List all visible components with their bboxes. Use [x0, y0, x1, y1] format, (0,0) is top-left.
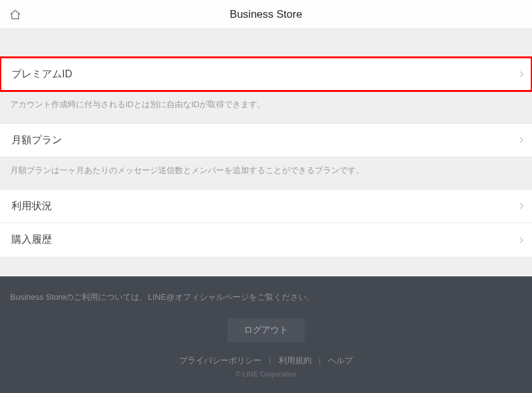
logout-wrap: ログアウト: [0, 318, 532, 342]
row-label: 購入履歴: [11, 233, 52, 247]
row-monthly-plan[interactable]: 月額プラン: [0, 123, 532, 157]
chevron-right-icon: [517, 202, 526, 210]
chevron-right-icon: [517, 136, 526, 145]
row-label: プレミアムID: [11, 68, 72, 81]
home-icon[interactable]: [9, 8, 22, 21]
row-label: 利用状況: [11, 200, 52, 213]
footer-link-help[interactable]: ヘルプ: [328, 356, 353, 365]
app-header: Business Store: [0, 0, 532, 29]
spacer: [0, 257, 532, 276]
row-premium-id[interactable]: プレミアムID: [0, 57, 532, 91]
separator: |: [269, 356, 270, 365]
footer-link-privacy[interactable]: プライバシーポリシー: [179, 356, 262, 365]
copyright: © LINE Corporation: [0, 370, 532, 378]
row-desc-premium-id: アカウント作成時に付与されるIDとは別に自由なIDが取得できます。: [0, 91, 532, 123]
footer-link-terms[interactable]: 利用規約: [279, 356, 312, 365]
page-title: Business Store: [0, 8, 532, 21]
footer-links: プライバシーポリシー | 利用規約 | ヘルプ: [0, 355, 532, 366]
row-label: 月額プラン: [11, 134, 62, 147]
row-purchase-history[interactable]: 購入履歴: [0, 223, 532, 257]
chevron-right-icon: [517, 70, 526, 79]
separator: |: [319, 356, 320, 365]
row-desc-monthly-plan: 月額プランは一ヶ月あたりのメッセージ送信数とメンバーを追加することができるプラン…: [0, 157, 532, 189]
spacer: [0, 29, 532, 57]
page-footer: Business Storeのご利用については、LINE@オフィシャルページをご…: [0, 276, 532, 393]
row-usage-status[interactable]: 利用状況: [0, 189, 532, 223]
logout-button[interactable]: ログアウト: [227, 318, 305, 342]
chevron-right-icon: [517, 236, 526, 245]
footer-note: Business Storeのご利用については、LINE@オフィシャルページをご…: [0, 292, 532, 303]
